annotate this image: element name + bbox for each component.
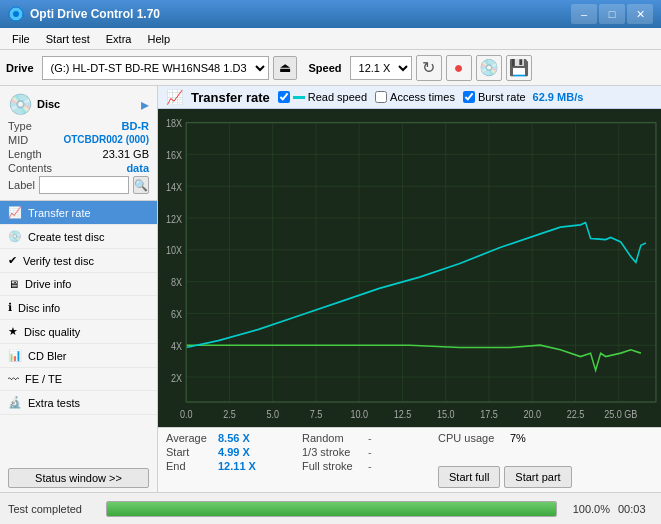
- status-window-button[interactable]: Status window >>: [8, 468, 149, 488]
- menu-start-test[interactable]: Start test: [38, 31, 98, 47]
- maximize-button[interactable]: □: [599, 4, 625, 24]
- svg-text:20.0: 20.0: [523, 408, 541, 420]
- nav-section: 📈 Transfer rate 💿 Create test disc ✔ Ver…: [0, 201, 157, 464]
- progress-text: 100.0%: [565, 503, 610, 515]
- cpu-label: CPU usage: [438, 432, 506, 444]
- average-value: 8.56 X: [218, 432, 250, 444]
- stats-end-row: End 12.11 X: [166, 460, 286, 472]
- disc-section-label: Disc: [37, 98, 60, 110]
- menu-help[interactable]: Help: [139, 31, 178, 47]
- close-button[interactable]: ✕: [627, 4, 653, 24]
- svg-text:0.0: 0.0: [180, 408, 193, 420]
- nav-transfer-rate[interactable]: 📈 Transfer rate: [0, 201, 157, 225]
- disc-label-input[interactable]: [39, 176, 129, 194]
- fe-te-icon: 〰: [8, 373, 19, 385]
- access-times-checkbox[interactable]: [375, 91, 387, 103]
- stats-col2: Random - 1/3 stroke - Full stroke -: [302, 432, 422, 472]
- eject-button[interactable]: ⏏: [273, 56, 297, 80]
- transfer-rate-icon: 📈: [8, 206, 22, 219]
- disc-panel: 💿 Disc ▸ Type BD-R MID OTCBDR002 (000) L…: [0, 86, 157, 201]
- nav-extra-tests-label: Extra tests: [28, 397, 80, 409]
- app-title: Opti Drive Control 1.70: [30, 7, 571, 21]
- svg-text:2X: 2X: [171, 372, 183, 384]
- status-bar: Test completed 100.0% 00:03: [0, 492, 661, 524]
- svg-text:5.0: 5.0: [266, 408, 279, 420]
- menu-extra[interactable]: Extra: [98, 31, 140, 47]
- minimize-button[interactable]: –: [571, 4, 597, 24]
- extra-tests-icon: 🔬: [8, 396, 22, 409]
- stats-random-row: Random -: [302, 432, 422, 444]
- create-test-disc-icon: 💿: [8, 230, 22, 243]
- drive-label: Drive: [6, 62, 34, 74]
- action-buttons: Start full Start part: [438, 466, 572, 488]
- svg-point-1: [13, 11, 19, 17]
- end-value: 12.11 X: [218, 460, 256, 472]
- disc-type-row: Type BD-R: [8, 120, 149, 132]
- disc-contents-row: Contents data: [8, 162, 149, 174]
- disc-type-label: Type: [8, 120, 32, 132]
- disc-mid-value: OTCBDR002 (000): [63, 134, 149, 146]
- chart-container: 18X 16X 14X 12X 10X 8X 6X 4X 2X: [158, 109, 661, 427]
- nav-verify-test-disc-label: Verify test disc: [23, 255, 94, 267]
- disc-nav-icon[interactable]: ▸: [141, 95, 149, 114]
- stats-average-row: Average 8.56 X: [166, 432, 286, 444]
- nav-drive-info[interactable]: 🖥 Drive info: [0, 273, 157, 296]
- cpu-value: 7%: [510, 432, 526, 444]
- nav-extra-tests[interactable]: 🔬 Extra tests: [0, 391, 157, 415]
- save-button[interactable]: 💾: [506, 55, 532, 81]
- nav-disc-info-label: Disc info: [18, 302, 60, 314]
- nav-fe-te[interactable]: 〰 FE / TE: [0, 368, 157, 391]
- verify-test-disc-icon: ✔: [8, 254, 17, 267]
- end-label: End: [166, 460, 214, 472]
- read-speed-checkbox[interactable]: [278, 91, 290, 103]
- svg-text:6X: 6X: [171, 308, 183, 320]
- burst-rate-legend-label: Burst rate: [478, 91, 526, 103]
- svg-text:25.0 GB: 25.0 GB: [604, 408, 637, 420]
- svg-text:14X: 14X: [166, 181, 183, 193]
- disc-info-button[interactable]: 💿: [476, 55, 502, 81]
- svg-text:22.5: 22.5: [567, 408, 585, 420]
- disc-info-icon: ℹ: [8, 301, 12, 314]
- onethird-label: 1/3 stroke: [302, 446, 364, 458]
- burst-rate-checkbox[interactable]: [463, 91, 475, 103]
- svg-text:8X: 8X: [171, 277, 183, 289]
- refresh-button[interactable]: ↻: [416, 55, 442, 81]
- settings-button[interactable]: ●: [446, 55, 472, 81]
- read-speed-legend-label: Read speed: [308, 91, 367, 103]
- menu-file[interactable]: File: [4, 31, 38, 47]
- nav-transfer-rate-label: Transfer rate: [28, 207, 91, 219]
- disc-contents-value: data: [126, 162, 149, 174]
- svg-text:16X: 16X: [166, 149, 183, 161]
- stats-area: Average 8.56 X Start 4.99 X End 12.11 X: [158, 427, 661, 492]
- disc-label-label: Label: [8, 179, 35, 191]
- stats-col1: Average 8.56 X Start 4.99 X End 12.11 X: [166, 432, 286, 472]
- nav-verify-test-disc[interactable]: ✔ Verify test disc: [0, 249, 157, 273]
- nav-disc-quality-label: Disc quality: [24, 326, 80, 338]
- drive-info-icon: 🖥: [8, 278, 19, 290]
- title-bar: Opti Drive Control 1.70 – □ ✕: [0, 0, 661, 28]
- disc-length-value: 23.31 GB: [103, 148, 149, 160]
- disc-header: 💿 Disc ▸: [8, 92, 149, 116]
- average-label: Average: [166, 432, 214, 444]
- nav-disc-info[interactable]: ℹ Disc info: [0, 296, 157, 320]
- stats-cpu-row: CPU usage 7%: [438, 432, 572, 444]
- disc-mid-label: MID: [8, 134, 28, 146]
- start-part-button[interactable]: Start part: [504, 466, 571, 488]
- drive-select[interactable]: (G:) HL-DT-ST BD-RE WH16NS48 1.D3: [42, 56, 269, 80]
- sidebar: 💿 Disc ▸ Type BD-R MID OTCBDR002 (000) L…: [0, 86, 158, 492]
- stats-col3: CPU usage 7% Start full Start part: [438, 432, 572, 488]
- nav-create-test-disc-label: Create test disc: [28, 231, 104, 243]
- onethird-value: -: [368, 446, 372, 458]
- nav-create-test-disc[interactable]: 💿 Create test disc: [0, 225, 157, 249]
- nav-cd-bler[interactable]: 📊 CD Bler: [0, 344, 157, 368]
- start-full-button[interactable]: Start full: [438, 466, 500, 488]
- disc-length-row: Length 23.31 GB: [8, 148, 149, 160]
- nav-disc-quality[interactable]: ★ Disc quality: [0, 320, 157, 344]
- legend-burst-rate: Burst rate 62.9 MB/s: [463, 91, 583, 103]
- disc-quality-icon: ★: [8, 325, 18, 338]
- speed-select[interactable]: 12.1 X: [350, 56, 412, 80]
- fullstroke-label: Full stroke: [302, 460, 364, 472]
- disc-label-search-button[interactable]: 🔍: [133, 176, 149, 194]
- stats-onethird-row: 1/3 stroke -: [302, 446, 422, 458]
- stats-fullstroke-row: Full stroke -: [302, 460, 422, 472]
